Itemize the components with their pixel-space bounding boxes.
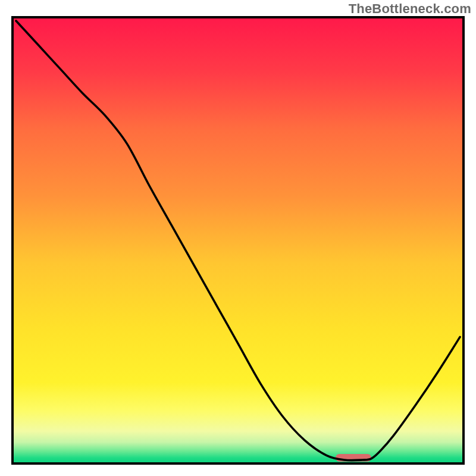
chart-svg [14,18,462,462]
watermark-text: TheBottleneck.com [349,1,471,17]
gradient-rect [14,18,462,462]
plot-area [11,16,465,465]
chart-stage: TheBottleneck.com [0,0,476,476]
